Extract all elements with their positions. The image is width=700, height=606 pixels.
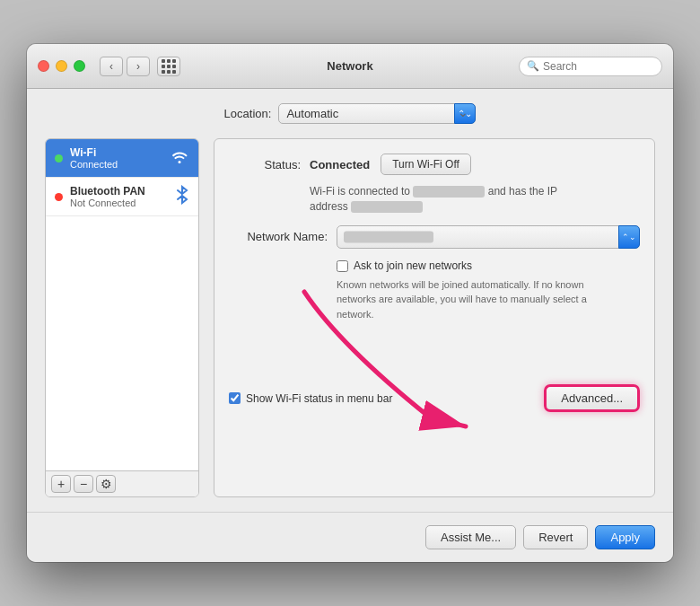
network-name-label: Network Name: [229,230,328,243]
traffic-lights [38,60,85,72]
bluetooth-icon [175,185,189,208]
location-select[interactable]: Automatic [278,103,476,124]
location-select-wrapper: Automatic ⌃⌄ [278,103,476,124]
network-name-row: Network Name: ⌃⌄ [229,225,640,249]
close-button[interactable] [38,60,49,72]
apps-grid-button[interactable] [157,57,180,76]
remove-network-button[interactable]: − [74,475,93,493]
wifi-item-info: Wi-Fi Connected [70,146,166,170]
network-name-blurred [344,231,433,242]
search-input[interactable] [543,60,654,73]
bluetooth-item-info: Bluetooth PAN Not Connected [70,185,171,208]
chevron-down-icon: ⌃⌄ [622,233,636,242]
bluetooth-item-status: Not Connected [70,198,171,208]
back-button[interactable]: ‹ [100,57,123,76]
nav-buttons: ‹ › [100,57,150,76]
add-network-button[interactable]: + [51,475,71,493]
location-label: Location: [224,107,272,120]
ask-join-row: Ask to join new networks [337,259,640,272]
advanced-button[interactable]: Advanced... [544,384,640,412]
main-window: ‹ › Network 🔍 Location: Automatic [27,44,673,562]
sidebar-list: Wi-Fi Connected [46,139,198,470]
footer: Assist Me... Revert Apply [27,512,673,562]
ask-join-checkbox[interactable] [337,260,348,272]
wifi-info-text: Wi-Fi is connected to and has the IPaddr… [310,184,640,215]
content-area: Location: Automatic ⌃⌄ Wi-Fi [27,89,673,512]
network-settings-button[interactable]: ⚙ [96,475,116,493]
assist-me-button[interactable]: Assist Me... [425,525,516,549]
wifi-ip-blurred [351,201,423,213]
wifi-item-name: Wi-Fi [70,146,166,159]
network-info-text: Known networks will be joined automatica… [337,277,606,322]
status-row: Status: Connected Turn Wi-Fi Off [229,154,640,175]
show-wifi-row: Show Wi-Fi status in menu bar [229,392,392,405]
wifi-connected-text: Wi-Fi is connected to [310,185,413,198]
sidebar-toolbar: + − ⚙ [46,470,198,496]
wifi-network-name-blurred [413,186,485,198]
minimize-button[interactable] [56,60,67,72]
ask-join-label: Ask to join new networks [354,259,472,272]
status-value: Connected [310,158,370,171]
wifi-item-status: Connected [70,159,166,170]
show-wifi-label: Show Wi-Fi status in menu bar [246,392,392,405]
bluetooth-item-name: Bluetooth PAN [70,185,171,198]
network-name-select-wrapper: ⌃⌄ [337,225,640,249]
forward-button[interactable]: › [127,57,150,76]
bottom-controls: Show Wi-Fi status in menu bar Advanced..… [229,375,640,412]
sidebar: Wi-Fi Connected [45,138,199,497]
wifi-status-dot [55,154,63,162]
gear-icon: ⚙ [101,477,112,491]
main-layout: Wi-Fi Connected [45,138,655,497]
sidebar-item-wifi[interactable]: Wi-Fi Connected [46,139,198,178]
status-label: Status: [229,158,301,171]
location-select-arrow[interactable]: ⌃⌄ [454,103,476,124]
sidebar-item-bluetooth[interactable]: Bluetooth PAN Not Connected [46,178,198,216]
window-title: Network [327,59,372,73]
apply-button[interactable]: Apply [595,525,655,549]
revert-button[interactable]: Revert [523,525,588,549]
wifi-icon [170,148,189,169]
search-icon: 🔍 [527,60,539,72]
location-row: Location: Automatic ⌃⌄ [45,103,655,124]
turn-wifi-button[interactable]: Turn Wi-Fi Off [381,154,471,175]
titlebar: ‹ › Network 🔍 [27,44,673,89]
bluetooth-status-dot [55,193,63,201]
network-select-arrow-icon[interactable]: ⌃⌄ [618,225,640,249]
search-box[interactable]: 🔍 [519,57,662,76]
right-panel: Status: Connected Turn Wi-Fi Off Wi-Fi i… [214,138,655,497]
show-wifi-checkbox[interactable] [229,392,241,404]
maximize-button[interactable] [74,60,85,72]
